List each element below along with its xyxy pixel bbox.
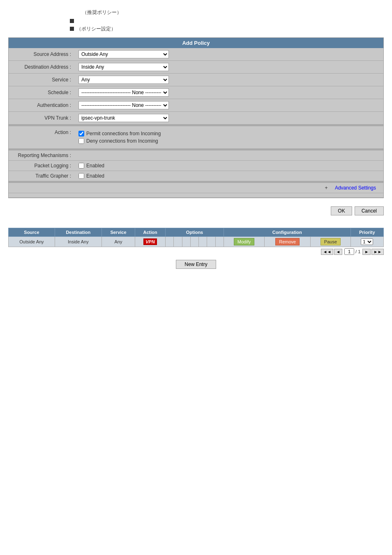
col-service: Service xyxy=(101,228,135,237)
schedule-select[interactable]: ------------------------------ None ----… xyxy=(78,88,169,97)
bullet-icon-1 xyxy=(70,19,74,23)
service-row: Service : Any xyxy=(9,74,383,86)
row-modify-cell: Modify xyxy=(224,237,265,247)
reporting-label: Reporting Mechanisms : xyxy=(9,150,74,161)
authentication-label: Authentication : xyxy=(9,99,74,112)
col-destination: Destination xyxy=(55,228,101,237)
next-page-button[interactable]: ► xyxy=(362,249,371,255)
action-label: Action : xyxy=(9,126,74,149)
destination-address-select[interactable]: Inside Any Outside Any xyxy=(78,63,169,71)
authentication-row: Authentication : -----------------------… xyxy=(9,99,383,112)
source-address-label: Source Address : xyxy=(9,48,74,61)
policy-table: Source Destination Service Action Option… xyxy=(8,228,384,247)
service-select[interactable]: Any xyxy=(78,76,169,84)
row-service: Any xyxy=(101,237,135,247)
source-address-row: Source Address : Outside Any Inside Any xyxy=(9,48,383,61)
deny-option: Deny connections from Incoming xyxy=(78,138,379,144)
col-configuration: Configuration xyxy=(224,228,350,237)
advanced-settings-link[interactable]: Advanced Settings xyxy=(331,183,380,193)
option-col-4 xyxy=(190,237,198,247)
traffic-grapher-enabled-label: Enabled xyxy=(86,173,104,179)
form-action-buttons: OK Cancel xyxy=(8,206,384,215)
new-entry-container: New Entry xyxy=(8,260,384,269)
deny-checkbox[interactable] xyxy=(78,138,84,144)
pause-button[interactable]: Pause xyxy=(321,238,341,245)
deny-label: Deny connections from Incoming xyxy=(86,138,158,144)
cancel-button[interactable]: Cancel xyxy=(355,206,384,215)
col-priority: Priority xyxy=(350,228,384,237)
advanced-settings-row: + Advanced Settings xyxy=(9,183,383,193)
add-policy-header: Add Policy xyxy=(9,38,383,48)
option-col-3 xyxy=(182,237,190,247)
traffic-grapher-checkbox[interactable] xyxy=(78,173,84,179)
policy-table-container: Source Destination Service Action Option… xyxy=(8,228,384,255)
packet-logging-row: Packet Logging : Enabled xyxy=(9,161,383,171)
advanced-settings-icon: + xyxy=(325,185,328,191)
ok-button[interactable]: OK xyxy=(331,206,352,215)
traffic-grapher-row: Traffic Grapher : Enabled xyxy=(9,171,383,181)
action-row: Action : Permit connections from Incomin… xyxy=(9,126,383,149)
modify-button[interactable]: Modify xyxy=(234,238,254,245)
packet-logging-checkbox[interactable] xyxy=(78,163,84,169)
destination-address-label: Destination Address : xyxy=(9,61,74,74)
col-source: Source xyxy=(9,228,55,237)
vpn-trunk-label: VPN Trunk : xyxy=(9,112,74,125)
row-destination: Inside Any xyxy=(55,237,101,247)
priority-select[interactable]: 1 xyxy=(361,238,373,245)
prev-page-button[interactable]: ◄ xyxy=(334,249,342,255)
remove-button[interactable]: Remove xyxy=(275,238,300,245)
row-priority: 1 xyxy=(350,237,384,247)
intro-line1: （推奨ポリシー） xyxy=(82,9,122,15)
option-col-1 xyxy=(165,237,173,247)
pagination: ◄◄ ◄ / 1 ► ►► xyxy=(8,248,384,255)
intro-line2: （ポリシー設定） xyxy=(76,25,116,34)
packet-logging-enabled-label: Enabled xyxy=(86,163,104,169)
service-label: Service : xyxy=(9,74,74,86)
traffic-grapher-label: Traffic Grapher : xyxy=(9,171,74,181)
option-col-7 xyxy=(215,237,224,247)
col-options: Options xyxy=(165,228,224,237)
vpn-trunk-row: VPN Trunk : ipsec-vpn-trunk xyxy=(9,112,383,125)
table-row: Outside Any Inside Any Any VPN Modify xyxy=(9,237,384,247)
option-col-2 xyxy=(174,237,182,247)
authentication-select[interactable]: ------------------------------ None ----… xyxy=(78,101,169,109)
page-info: / 1 xyxy=(344,248,360,255)
last-page-button[interactable]: ►► xyxy=(371,249,384,255)
row-remove-cell: Remove xyxy=(265,237,311,247)
new-entry-button[interactable]: New Entry xyxy=(176,260,216,269)
bullet-icon-2 xyxy=(70,27,74,31)
vpn-badge: VPN xyxy=(143,238,157,245)
destination-address-row: Destination Address : Inside Any Outside… xyxy=(9,61,383,74)
source-address-select[interactable]: Outside Any Inside Any xyxy=(78,50,169,58)
first-page-button[interactable]: ◄◄ xyxy=(321,249,333,255)
add-policy-panel: Add Policy Source Address : Outside Any … xyxy=(8,37,384,198)
vpn-trunk-select[interactable]: ipsec-vpn-trunk xyxy=(78,114,169,122)
col-action: Action xyxy=(135,228,166,237)
permit-label: Permit connections from Incoming xyxy=(86,131,161,136)
row-action: VPN xyxy=(135,237,166,247)
option-col-6 xyxy=(207,237,215,247)
schedule-label: Schedule : xyxy=(9,86,74,99)
permit-checkbox[interactable] xyxy=(78,131,84,136)
option-col-5 xyxy=(199,237,207,247)
page-input[interactable] xyxy=(344,248,354,255)
schedule-row: Schedule : -----------------------------… xyxy=(9,86,383,99)
row-source: Outside Any xyxy=(9,237,55,247)
row-pause-cell: Pause xyxy=(311,237,350,247)
packet-logging-label: Packet Logging : xyxy=(9,161,74,171)
permit-option: Permit connections from Incoming xyxy=(78,131,379,136)
reporting-mechanisms-row: Reporting Mechanisms : xyxy=(9,150,383,161)
